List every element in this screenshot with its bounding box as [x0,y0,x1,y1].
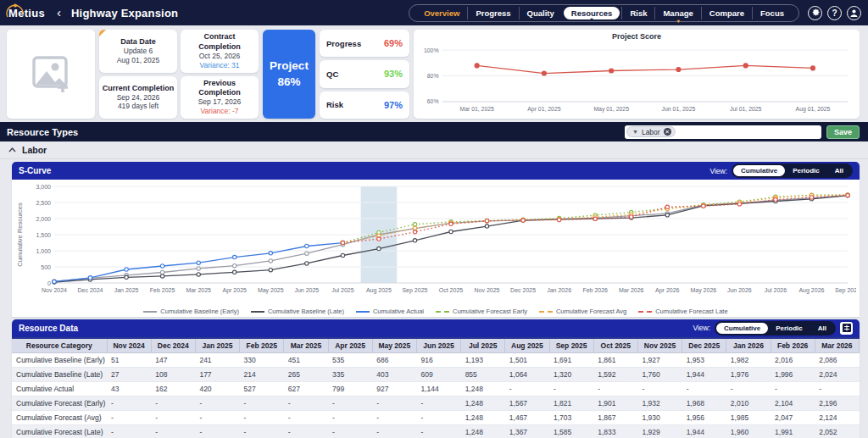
table-header-cell[interactable]: Resource Category [12,338,107,353]
back-chevron-icon[interactable]: ‹ [52,6,64,20]
kpi-value: 69% [384,38,403,48]
scurve-view-periodic[interactable]: Periodic [785,165,827,176]
remove-chip-icon[interactable]: ✕ [664,128,671,136]
svg-text:Nov 2025: Nov 2025 [475,287,500,293]
table-value-cell: 1,585 [549,424,593,438]
table-header-cell[interactable]: Apr 2025 [328,338,372,353]
resource-data-view-controls: View: Cumulative Periodic All [693,321,853,335]
table-header-cell[interactable]: Mar 2025 [284,338,328,353]
legend-item[interactable]: Cumulative Baseline (Early) [143,308,239,315]
labor-section-header[interactable]: Labor [0,141,868,159]
card-line1: Oct 25, 2026 [199,52,241,61]
labor-filter-chip[interactable]: ▼ Labor ✕ [626,126,676,137]
save-button[interactable]: Save [826,125,860,139]
svg-text:Mar 2026: Mar 2026 [619,287,644,293]
table-header-cell[interactable]: Feb 2025 [240,338,284,353]
legend-label: Cumulative Baseline (Early) [160,308,239,315]
metius-logo[interactable]: Metius [7,7,45,19]
table-value-cell: 1,248 [461,424,505,438]
settings-gear-icon[interactable] [808,6,822,20]
table-value-cell: 1,996 [771,367,815,381]
project-image-placeholder[interactable] [7,30,95,119]
user-avatar-icon[interactable] [847,6,861,20]
scurve-view-cumulative[interactable]: Cumulative [733,165,785,176]
table-value-cell: - [328,396,372,410]
scurve-line-chart: 05001,0001,5002,0002,5003,000Nov 2024Dec… [15,181,856,303]
table-header-cell[interactable]: Dec 2024 [151,338,195,353]
table-header-cell[interactable]: Nov 2024 [107,338,151,353]
table-value-cell: 43 [107,381,151,396]
table-header-cell[interactable]: Jan 2025 [195,338,239,353]
table-header-cell[interactable]: Nov 2025 [637,338,682,353]
legend-item[interactable]: Cumulative Actual [356,308,424,315]
svg-text:May 2026: May 2026 [690,287,716,294]
table-value-cell: 265 [284,367,328,381]
table-header-cell[interactable]: Jul 2025 [461,338,505,353]
nav-tab-risk[interactable]: Risk [621,7,654,19]
export-table-icon[interactable] [840,322,853,335]
resource-data-view-periodic[interactable]: Periodic [768,323,810,334]
card-title: Contract Completion [182,32,257,52]
table-header-cell[interactable]: Aug 2025 [505,338,549,353]
project-score-chart-card: Project Score 60%80%100%Mar 01, 2025Apr … [414,30,860,119]
resource-data-view-toggle: Cumulative Periodic All [715,321,836,335]
table-value-cell: 1,691 [549,352,593,367]
legend-item[interactable]: Cumulative Forecast Late [638,308,727,315]
chevron-down-icon[interactable]: ▼ [632,129,638,135]
svg-text:Jul 01, 2025: Jul 01, 2025 [730,106,762,112]
help-icon[interactable]: ? [827,6,842,20]
table-value-cell: 2,047 [771,410,815,424]
table-header-cell[interactable]: Dec 2025 [682,338,726,353]
chip-label: Labor [642,128,660,136]
project-badge-value: 86% [277,75,300,91]
table-value-cell: - [107,424,151,438]
scurve-header-bar: S-Curve View: Cumulative Periodic All [12,162,860,180]
table-value-cell: - [151,410,195,424]
legend-item[interactable]: Cumulative Forecast Early [436,308,527,315]
project-score-badge: Project 86% [263,30,315,119]
scurve-panel: S-Curve View: Cumulative Periodic All 05… [12,162,860,317]
table-value-cell: 1,944 [682,367,726,381]
table-value-cell: 1,985 [726,410,771,424]
table-value-cell: 108 [151,367,195,381]
scurve-view-all[interactable]: All [827,165,851,176]
svg-text:Dec 2024: Dec 2024 [78,287,103,293]
table-header-cell[interactable]: Oct 2025 [593,338,637,353]
nav-tab-focus[interactable]: Focus [752,7,792,19]
project-badge-label: Project [270,58,309,75]
legend-item[interactable]: Cumulative Forecast Avg [539,308,626,315]
resource-data-view-all[interactable]: All [810,323,834,334]
chevron-up-icon [8,147,16,152]
table-value-cell: - [240,410,284,424]
legend-item[interactable]: Cumulative Baseline (Late) [251,308,344,315]
resource-type-filter-input[interactable]: ▼ Labor ✕ [625,125,821,139]
table-value-cell: 177 [195,367,239,381]
table-header-cell[interactable]: Mar 2026 [815,338,859,353]
nav-tab-resources[interactable]: Resources [564,7,620,19]
table-header-cell[interactable]: Jan 2026 [726,338,771,353]
svg-text:0: 0 [47,280,51,286]
nav-tab-progress[interactable]: Progress [467,7,518,19]
table-value-cell: - [726,381,771,396]
svg-text:500: 500 [41,264,51,270]
resource-types-bar: Resource Types ▼ Labor ✕ Save [0,122,868,141]
legend-label: Cumulative Baseline (Late) [268,308,344,315]
resource-category-cell: Cumulative Actual [12,381,107,396]
table-header-cell[interactable]: Sep 2025 [549,338,593,353]
table-value-cell: - [815,381,859,396]
nav-tab-manage[interactable]: Manage [654,7,700,19]
nav-tab-compare[interactable]: Compare [701,7,752,19]
project-score-line-chart: 60%80%100%Mar 01, 2025Apr 01, 2025May 01… [417,41,856,118]
table-header-cell[interactable]: May 2025 [372,338,416,353]
legend-swatch [638,311,652,313]
table-value-cell: 1,976 [726,367,771,381]
table-header-cell[interactable]: Jun 2025 [416,338,460,353]
legend-swatch [143,311,157,313]
svg-text:1,000: 1,000 [36,248,51,254]
table-header-cell[interactable]: Feb 2026 [771,338,815,353]
nav-tab-overview[interactable]: Overview [416,7,467,19]
svg-text:1,500: 1,500 [36,232,51,238]
nav-tab-quality[interactable]: Quality [519,7,562,19]
svg-text:Jan 2025: Jan 2025 [114,287,139,293]
resource-data-view-cumulative[interactable]: Cumulative [716,323,768,334]
